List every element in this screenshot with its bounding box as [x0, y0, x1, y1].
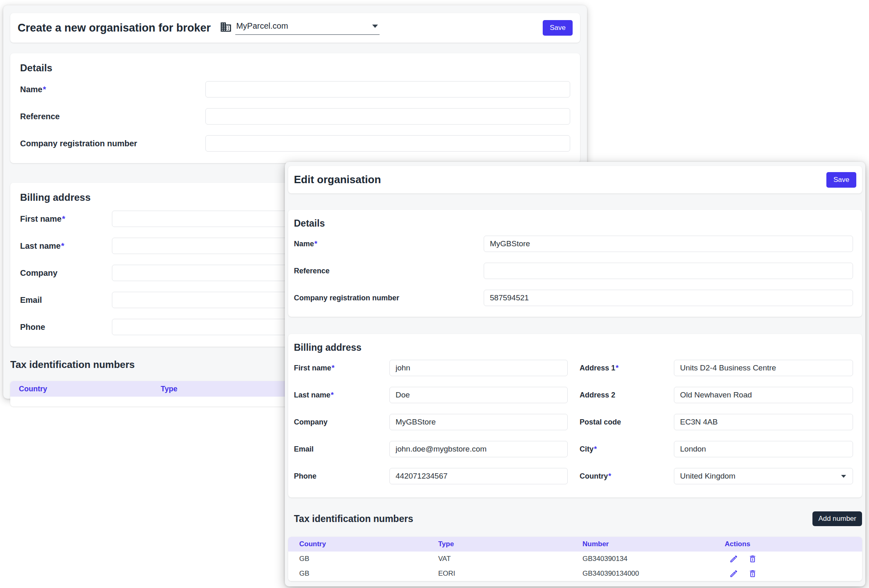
- required-asterisk: *: [314, 240, 317, 248]
- delete-icon[interactable]: [748, 569, 757, 578]
- country-select-value: United Kingdom: [680, 472, 735, 481]
- create-company-registration-number-label: Company registration number: [20, 139, 205, 148]
- edit-name-label: Name*: [294, 240, 484, 248]
- edit-tax-table: Country Type Number Actions GB VAT GB340…: [288, 537, 862, 581]
- edit-last-name-label: Last name*: [294, 391, 389, 400]
- edit-icon[interactable]: [729, 554, 738, 563]
- edit-name-input[interactable]: [484, 236, 853, 252]
- edit-save-button[interactable]: Save: [826, 172, 856, 188]
- field-row: Reference: [20, 108, 570, 125]
- edit-reference-label: Reference: [294, 267, 484, 275]
- field-row: Company registration number: [20, 135, 570, 152]
- create-reference-input[interactable]: [205, 108, 570, 125]
- field-row: Phone Country* United Kingdom: [294, 468, 856, 484]
- create-email-label: Email: [20, 295, 112, 305]
- page: Create a new organisation for broker MyP…: [0, 0, 869, 588]
- column-header-country: Country: [288, 540, 427, 548]
- row-actions: [714, 554, 862, 563]
- create-details-section: Details Name* Reference Company registra…: [10, 53, 580, 163]
- table-row: GB EORI GB340390134000: [288, 566, 862, 581]
- edit-address-1-input[interactable]: [674, 360, 853, 376]
- edit-city-label: City*: [580, 445, 674, 454]
- create-company-label: Company: [20, 268, 112, 278]
- edit-organisation-window: Edit organisation Save Details Name* Ref…: [285, 162, 865, 586]
- edit-header-card: Edit organisation Save: [288, 166, 862, 193]
- cell-number: GB340390134: [571, 555, 714, 563]
- edit-email-label: Email: [294, 445, 389, 454]
- create-window-title: Create a new organisation for broker: [18, 22, 211, 34]
- field-row: Last name* Address 2: [294, 387, 856, 403]
- edit-address-2-label: Address 2: [580, 391, 674, 400]
- edit-first-name-label: First name*: [294, 364, 389, 372]
- edit-billing-section: Billing address First name* Address 1* L…: [288, 334, 862, 497]
- edit-window-title: Edit organisation: [294, 173, 381, 186]
- edit-postal-code-input[interactable]: [674, 414, 853, 430]
- create-name-label: Name*: [20, 85, 205, 94]
- cell-country: GB: [288, 570, 427, 578]
- row-actions: [714, 569, 862, 578]
- required-asterisk: *: [608, 472, 611, 480]
- organisation-building-icon: [220, 21, 232, 33]
- add-number-button[interactable]: Add number: [812, 511, 862, 526]
- create-header-card: Create a new organisation for broker MyP…: [10, 13, 580, 43]
- edit-details-section: Details Name* Reference Company registra…: [288, 210, 862, 317]
- create-company-registration-number-input[interactable]: [205, 135, 570, 152]
- field-row: Email City*: [294, 441, 856, 457]
- create-details-heading: Details: [20, 62, 570, 74]
- required-asterisk: *: [43, 85, 46, 94]
- edit-company-input[interactable]: [389, 414, 568, 430]
- chevron-down-icon: [841, 475, 846, 478]
- column-header-actions: Actions: [714, 540, 862, 548]
- table-row: GB VAT GB340390134: [288, 552, 862, 566]
- create-reference-label: Reference: [20, 112, 205, 121]
- edit-billing-heading: Billing address: [294, 342, 856, 353]
- delete-icon[interactable]: [748, 554, 757, 563]
- edit-first-name-input[interactable]: [389, 360, 568, 376]
- edit-email-input[interactable]: [389, 441, 568, 457]
- edit-country-select[interactable]: United Kingdom: [674, 468, 853, 484]
- field-row: First name* Address 1*: [294, 360, 856, 376]
- column-header-country: Country: [10, 385, 152, 393]
- edit-tax-heading: Tax identification numbers: [294, 513, 413, 524]
- edit-last-name-input[interactable]: [389, 387, 568, 403]
- column-header-type: Type: [427, 540, 571, 548]
- broker-select-value: MyParcel.com: [236, 21, 288, 31]
- edit-phone-label: Phone: [294, 472, 389, 481]
- edit-country-label: Country*: [580, 472, 674, 481]
- create-last-name-label: Last name*: [20, 241, 112, 251]
- field-row: Company Postal code: [294, 414, 856, 430]
- create-tax-heading: Tax identification numbers: [10, 359, 135, 370]
- edit-address-1-label: Address 1*: [580, 364, 674, 372]
- create-first-name-label: First name*: [20, 214, 112, 224]
- edit-address-2-input[interactable]: [674, 387, 853, 403]
- required-asterisk: *: [616, 364, 619, 372]
- create-name-input[interactable]: [205, 81, 570, 98]
- broker-select-group: MyParcel.com: [220, 21, 380, 35]
- field-row: Name*: [294, 236, 856, 252]
- required-asterisk: *: [594, 445, 597, 453]
- edit-company-registration-number-input[interactable]: [484, 290, 853, 306]
- create-phone-label: Phone: [20, 322, 112, 332]
- required-asterisk: *: [61, 241, 64, 250]
- cell-type: EORI: [427, 570, 571, 578]
- edit-postal-code-label: Postal code: [580, 418, 674, 427]
- create-save-button[interactable]: Save: [543, 20, 573, 36]
- field-row: Company registration number: [294, 290, 856, 306]
- field-row: Reference: [294, 263, 856, 279]
- cell-country: GB: [288, 555, 427, 563]
- edit-city-input[interactable]: [674, 441, 853, 457]
- edit-phone-input[interactable]: [389, 468, 568, 484]
- cell-number: GB340390134000: [571, 570, 714, 578]
- column-header-number: Number: [571, 540, 714, 548]
- edit-tax-table-header: Country Type Number Actions: [288, 537, 862, 552]
- cell-type: VAT: [427, 555, 571, 563]
- edit-company-registration-number-label: Company registration number: [294, 294, 484, 302]
- edit-reference-input[interactable]: [484, 263, 853, 279]
- broker-select[interactable]: MyParcel.com: [235, 21, 380, 35]
- required-asterisk: *: [62, 214, 65, 223]
- required-asterisk: *: [331, 391, 334, 399]
- required-asterisk: *: [332, 364, 334, 372]
- edit-tax-heading-row: Tax identification numbers Add number: [288, 511, 862, 526]
- chevron-down-icon: [372, 25, 378, 28]
- edit-icon[interactable]: [729, 569, 738, 578]
